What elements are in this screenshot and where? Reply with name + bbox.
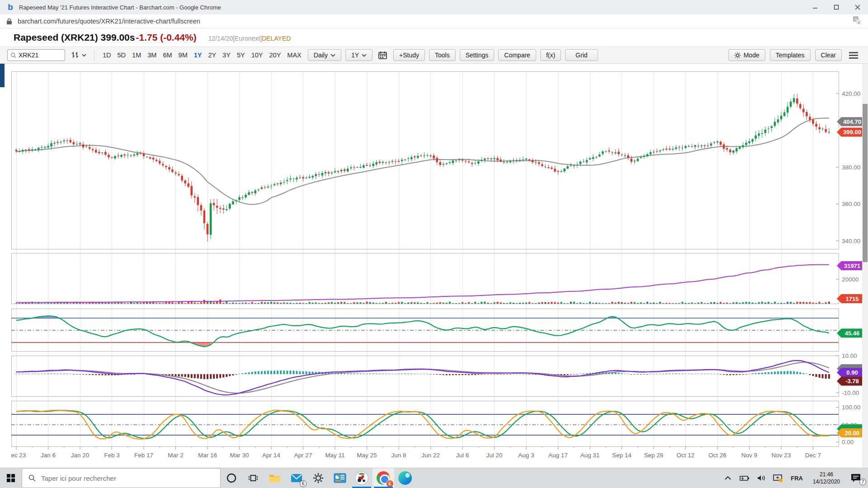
tray-expand-button[interactable]	[720, 468, 735, 488]
translate-icon[interactable]: Aa	[853, 16, 862, 27]
x-tick-label: Oct 26	[708, 452, 726, 459]
taskbar-item-report-app[interactable]	[329, 468, 351, 488]
x-tick-label: Dec 23	[7, 452, 26, 459]
screen-share-icon	[773, 474, 783, 482]
rsi-overbought-fill	[32, 316, 615, 318]
brightness-icon	[734, 52, 741, 59]
x-tick-label: Dec 7	[805, 452, 821, 459]
x-tick-label: Mar 30	[230, 452, 249, 459]
cast-indicator[interactable]	[770, 468, 785, 488]
range-MAX[interactable]: MAX	[285, 51, 303, 60]
menu-icon[interactable]	[846, 50, 861, 61]
open-interest-line	[16, 265, 829, 303]
grid-button[interactable]: Grid	[565, 49, 598, 61]
range-20Y[interactable]: 20Y	[267, 51, 283, 60]
add-study-button[interactable]: +Study	[393, 49, 425, 61]
svg-text:45.46: 45.46	[845, 330, 860, 337]
windows-taskbar: 6 E FRA 21:46 14/12/2020 7	[0, 468, 868, 488]
clock-time: 21:46	[813, 471, 840, 478]
barchart-favicon: b	[5, 2, 16, 12]
x-tick-label: Feb 3	[104, 452, 120, 459]
chart-canvas[interactable]: 420.00380.00360.00340.002000010.00-10.00…	[0, 64, 868, 468]
stoch-k-badge: 20.00	[837, 428, 863, 437]
mode-button[interactable]: Mode	[728, 49, 765, 61]
macd-histogram-badge: -3.78	[837, 376, 863, 385]
macd-badge: 0.90	[837, 368, 863, 377]
taskbar-item-edge[interactable]	[394, 468, 416, 488]
settings-button[interactable]: Settings	[460, 49, 495, 61]
rsi-line	[16, 316, 829, 347]
range-10Y[interactable]: 10Y	[249, 51, 265, 60]
x-tick-label: Jun 22	[421, 452, 440, 459]
minimize-button[interactable]	[804, 0, 826, 14]
taskbar-search[interactable]	[22, 468, 221, 488]
symbol-input[interactable]	[19, 52, 59, 59]
language-indicator[interactable]: FRA	[787, 475, 807, 482]
axis-label: 340.00	[842, 238, 860, 244]
svg-text:399.00: 399.00	[843, 129, 861, 136]
clear-button[interactable]: Clear	[815, 49, 842, 61]
macd-histogram	[15, 371, 830, 379]
collapsed-sidebar-tab[interactable]	[0, 64, 5, 87]
tools-button[interactable]: Tools	[429, 49, 456, 61]
x-axis: Dec 23Jan 6Jan 20Feb 3Feb 17Mar 2Mar 16M…	[7, 446, 821, 459]
frequency-dropdown[interactable]: Daily	[308, 49, 341, 61]
stoch-levels	[11, 414, 839, 435]
taskbar-search-input[interactable]	[41, 474, 204, 482]
volume-indicator[interactable]	[754, 468, 769, 488]
x-tick-label: Aug 17	[548, 452, 568, 459]
gridlines	[16, 71, 813, 446]
x-tick-label: Aug 31	[580, 452, 600, 459]
last-price-badge: 399.00	[837, 128, 863, 137]
taskbar-item-task-view[interactable]	[242, 468, 264, 488]
x-tick-label: Mar 2	[168, 452, 184, 459]
ma-value-badge: 404.70	[837, 117, 863, 126]
report-card-icon	[334, 473, 346, 483]
range-3Y[interactable]: 3Y	[220, 51, 233, 60]
chevron-up-icon	[724, 475, 731, 481]
symbol-search[interactable]	[7, 49, 65, 61]
x-tick-label: Nov 23	[772, 452, 791, 459]
calendar-button[interactable]	[377, 51, 389, 59]
notification-count-badge: 7	[859, 479, 866, 485]
taskbar-item-cortana[interactable]	[221, 468, 242, 488]
compare-button[interactable]: Compare	[498, 49, 536, 61]
candles	[15, 94, 830, 242]
taskbar-item-mail[interactable]: 6	[286, 468, 307, 488]
range-3M[interactable]: 3M	[145, 51, 159, 60]
address-bar[interactable]: barchart.com/futures/quotes/XRK21/intera…	[0, 14, 868, 28]
fx-button[interactable]: f(x)	[540, 49, 561, 61]
close-button[interactable]	[847, 0, 868, 14]
taskbar-item-chrome[interactable]: E	[373, 468, 394, 488]
range-9M[interactable]: 9M	[176, 51, 190, 60]
range-2Y[interactable]: 2Y	[206, 51, 218, 60]
quote-meta: 12/14/20[Euronext]DELAYED	[208, 35, 291, 42]
panel-frames	[11, 71, 839, 446]
x-tick-label: Apr 27	[294, 452, 312, 459]
edge-icon	[398, 471, 412, 485]
cortana-icon	[226, 473, 237, 483]
range-5Y[interactable]: 5Y	[235, 51, 247, 60]
window-title: Rapeseed May '21 Futures Interactive Cha…	[19, 4, 221, 11]
range-6M[interactable]: 6M	[160, 51, 174, 60]
range-1D[interactable]: 1D	[100, 51, 113, 60]
start-button[interactable]	[0, 468, 22, 488]
scrollbar-thumb[interactable]	[863, 104, 868, 262]
toolbar-divider	[94, 50, 94, 61]
range-1M[interactable]: 1M	[130, 51, 143, 60]
chart-type-selector[interactable]	[69, 51, 88, 59]
templates-button[interactable]: Templates	[770, 49, 811, 61]
taskbar-item-farm-app[interactable]	[351, 468, 373, 488]
period-dropdown[interactable]: 1Y	[345, 49, 373, 61]
notification-center[interactable]: 7	[846, 468, 865, 488]
taskbar-clock[interactable]: 21:46 14/12/2020	[808, 471, 844, 485]
x-tick-label: Jun 8	[391, 452, 406, 459]
taskbar-item-settings[interactable]	[307, 468, 329, 488]
maximize-button[interactable]	[826, 0, 847, 14]
battery-indicator[interactable]	[737, 468, 752, 488]
range-1Y[interactable]: 1Y	[192, 51, 204, 60]
volume-badge: 1715	[837, 294, 863, 303]
stoch-d-line	[16, 410, 829, 438]
range-5D[interactable]: 5D	[115, 51, 128, 60]
taskbar-item-file-explorer[interactable]	[264, 468, 286, 488]
